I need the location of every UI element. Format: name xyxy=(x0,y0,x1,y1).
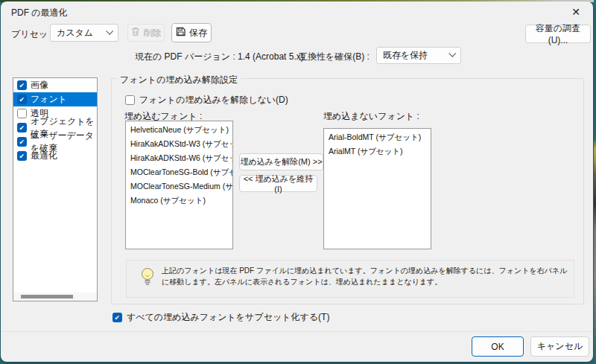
checkbox-icon[interactable] xyxy=(17,109,27,118)
info-box: 上記のフォントは現在 PDF ファイルに埋め込まれています。フォントの埋め込みを… xyxy=(126,260,574,298)
close-button[interactable]: ✕ xyxy=(565,4,587,20)
footer-divider xyxy=(1,331,593,332)
checkbox-icon[interactable] xyxy=(17,95,27,104)
ok-button[interactable]: OK xyxy=(472,336,524,357)
checkbox-icon[interactable] xyxy=(125,95,135,105)
font-list-item[interactable]: MOClearToneSG-Medium (サブセット) xyxy=(126,179,232,194)
checkbox-icon[interactable] xyxy=(17,80,27,90)
preset-dropdown[interactable]: カスタム xyxy=(50,24,118,42)
cancel-button[interactable]: キャンセル xyxy=(530,336,589,357)
delete-preset-button[interactable]: 削除 xyxy=(127,24,165,42)
save-preset-button[interactable]: 保存 xyxy=(171,23,212,42)
unembed-font-list[interactable]: Arial-BoldMT (サブセット)ArialMT (サブセット) xyxy=(323,128,431,249)
font-list-item[interactable]: MOClearToneSG-Bold (サブセット) xyxy=(126,165,232,179)
close-icon: ✕ xyxy=(571,6,580,18)
audit-button-label: 容量の調査(U)... xyxy=(526,22,590,45)
dialog-title: PDF の最適化 xyxy=(11,7,68,19)
checkbox-icon[interactable] xyxy=(17,137,27,147)
delete-button-label: 削除 xyxy=(144,27,162,39)
pdf-optimize-dialog: PDF の最適化 ✕ プリセット(S) : カスタム 削除 保存 容量の調査(U… xyxy=(1,1,593,362)
lightbulb-icon xyxy=(140,266,155,290)
dont-unembed-checkbox-label: フォントの埋め込みを解除しない(D) xyxy=(139,94,288,106)
group-title: フォントの埋め込み解除設定 xyxy=(117,74,241,86)
dont-unembed-checkbox-row[interactable]: フォントの埋め込みを解除しない(D) xyxy=(125,94,288,106)
keep-embed-button[interactable]: << 埋め込みを維持(I) xyxy=(239,175,317,192)
subset-checkbox-row[interactable]: すべての埋め込みフォントをサブセット化する(T) xyxy=(112,311,329,324)
sidebar-item-label: 画像 xyxy=(31,79,48,92)
preset-dropdown-value: カスタム xyxy=(57,27,93,39)
compatibility-dropdown[interactable]: 既存を保持 xyxy=(376,47,461,64)
checkbox-icon[interactable] xyxy=(112,313,122,322)
font-list-item[interactable]: Arial-BoldMT (サブセット) xyxy=(324,130,431,144)
font-list-item[interactable]: HiraKakADKStd-W6 (サブセット) xyxy=(126,151,232,165)
unembed-fonts-label: 埋め込まないフォント : xyxy=(323,110,419,123)
trash-icon xyxy=(131,27,140,39)
horizontal-scrollbar[interactable] xyxy=(13,293,97,301)
audit-space-usage-button[interactable]: 容量の調査(U)... xyxy=(525,25,591,43)
sidebar-item-label: フォント xyxy=(31,93,67,106)
ok-button-label: OK xyxy=(491,342,504,352)
sidebar-panel-list: 画像フォント透明オブジェクトを破棄ユーザーデータを破棄最適化 xyxy=(13,78,97,163)
info-text: 上記のフォントは現在 PDF ファイルに埋め込まれています。フォントの埋め込みを… xyxy=(162,265,570,287)
subset-checkbox-label: すべての埋め込みフォントをサブセット化する(T) xyxy=(127,311,329,324)
chevron-down-icon xyxy=(448,50,456,57)
save-icon xyxy=(176,27,186,39)
unembed-button-label: 埋め込みを解除(M) >> xyxy=(240,156,322,167)
sidebar-item-label: 最適化 xyxy=(31,150,57,162)
font-list-item[interactable]: HelveticaNeue (サブセット) xyxy=(126,123,232,137)
scrollbar-thumb[interactable] xyxy=(21,295,73,298)
cancel-button-label: キャンセル xyxy=(537,340,583,353)
compatibility-dropdown-value: 既存を保持 xyxy=(383,49,428,62)
sidebar-item[interactable]: フォント xyxy=(13,92,97,106)
embed-font-list[interactable]: HelveticaNeue (サブセット)HiraKakADKStd-W3 (サ… xyxy=(125,121,233,249)
save-button-label: 保存 xyxy=(189,27,207,39)
chevron-down-icon xyxy=(106,27,113,34)
checkbox-icon[interactable] xyxy=(17,151,27,161)
font-list-item[interactable]: ArialMT (サブセット) xyxy=(324,144,431,159)
compatibility-label: 互換性を確保(B) : xyxy=(299,51,370,63)
checkbox-icon[interactable] xyxy=(17,123,27,132)
sidebar-item[interactable]: ユーザーデータを破棄 xyxy=(13,135,97,149)
category-sidebar: 画像フォント透明オブジェクトを破棄ユーザーデータを破棄最適化 xyxy=(13,77,98,301)
current-pdf-version-text: 現在の PDF バージョン : 1.4 (Acrobat 5.x) xyxy=(135,51,304,63)
sidebar-item[interactable]: 画像 xyxy=(13,78,97,92)
unembed-button[interactable]: 埋め込みを解除(M) >> xyxy=(239,153,323,170)
keep-embed-button-label: << 埋め込みを維持(I) xyxy=(240,173,317,194)
font-list-item[interactable]: Monaco (サブセット) xyxy=(126,194,232,208)
font-list-item[interactable]: HiraKakADKStd-W3 (サブセット) xyxy=(126,137,232,151)
